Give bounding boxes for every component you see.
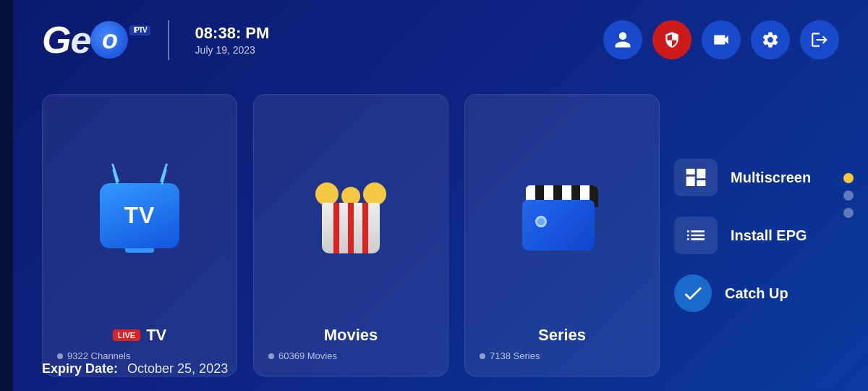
- tv-body: TV: [100, 183, 179, 248]
- series-title: Series: [480, 326, 644, 345]
- tv-icon: TV: [100, 183, 179, 253]
- clapper-circle: [535, 216, 547, 227]
- catch-up-icon-box: [674, 274, 712, 312]
- cards-section: TV LIVE TV 9322 Channels: [42, 94, 660, 377]
- expiry-label: Expiry Date:: [42, 361, 118, 376]
- expiry-value: October 25, 2023: [127, 361, 228, 376]
- live-tv-card[interactable]: TV LIVE TV 9322 Channels: [42, 94, 237, 377]
- main-content: TV LIVE TV 9322 Channels: [13, 80, 868, 391]
- tv-stand: [125, 248, 154, 253]
- movies-icon-area: [315, 109, 386, 326]
- time-display: 08:38: PM: [195, 24, 270, 43]
- tv-label: TV: [124, 202, 156, 229]
- catch-up-label: Catch Up: [725, 285, 788, 302]
- settings-button[interactable]: [751, 20, 790, 59]
- iptv-badge: IPTV: [129, 25, 150, 35]
- profile-button[interactable]: [603, 20, 642, 59]
- popcorn-icon: [315, 182, 386, 253]
- exit-button[interactable]: [800, 20, 839, 59]
- popcorn-stripe-2: [333, 203, 339, 253]
- logo-divider: [168, 20, 169, 60]
- movies-count: 60369 Movies: [268, 350, 433, 361]
- series-count: 7138 Series: [480, 350, 644, 361]
- logo: Geo IPTV: [42, 21, 150, 59]
- catch-up-icon: [681, 282, 705, 305]
- popcorn-stripe-3: [362, 203, 368, 253]
- live-tv-label-area: LIVE TV 9322 Channels: [57, 326, 222, 361]
- live-tv-icon-area: TV: [100, 109, 179, 326]
- indicator-1: [843, 173, 854, 183]
- multiscreen-label: Multiscreen: [731, 169, 811, 186]
- series-label-area: Series 7138 Series: [480, 326, 644, 361]
- install-epg-item[interactable]: Install EPG: [674, 206, 839, 264]
- popcorn-stripe-1: [348, 203, 354, 253]
- clapper-icon: [522, 185, 602, 251]
- movies-title: Movies: [268, 326, 433, 345]
- footer: Expiry Date: October 25, 2023: [42, 361, 228, 377]
- logo-section: Geo IPTV 08:38: PM July 19, 2023: [42, 20, 269, 60]
- install-epg-icon-box: [674, 216, 718, 254]
- profile-icon: [613, 30, 632, 49]
- live-tv-title: LIVE TV: [57, 326, 222, 345]
- live-badge: LIVE: [113, 329, 140, 341]
- indicators: [843, 173, 854, 218]
- date-time: 08:38: PM July 19, 2023: [195, 24, 270, 56]
- series-card[interactable]: Series 7138 Series: [464, 94, 660, 377]
- nav-icons: [603, 20, 839, 59]
- right-panel: Multiscreen Install EPG Catch Up: [660, 94, 839, 377]
- count-dot: [480, 353, 485, 359]
- security-icon: [663, 30, 681, 49]
- multiscreen-item[interactable]: Multiscreen: [674, 148, 839, 206]
- header: Geo IPTV 08:38: PM July 19, 2023: [13, 0, 868, 80]
- exit-icon: [810, 30, 829, 49]
- movies-card[interactable]: Movies 60369 Movies: [253, 94, 448, 377]
- settings-icon: [761, 30, 780, 49]
- multiscreen-icon: [684, 166, 707, 189]
- live-tv-count: 9322 Channels: [57, 350, 222, 361]
- indicator-2: [843, 190, 854, 201]
- camera-icon: [712, 30, 731, 49]
- left-stripe: [0, 0, 13, 391]
- catch-up-item[interactable]: Catch Up: [674, 264, 839, 322]
- movies-label-area: Movies 60369 Movies: [268, 326, 433, 361]
- date-display: July 19, 2023: [195, 44, 270, 56]
- popcorn-bucket: [322, 203, 380, 253]
- indicator-3: [843, 208, 854, 218]
- camera-button[interactable]: [702, 20, 741, 59]
- clapper-body: [522, 200, 595, 251]
- count-dot: [268, 353, 274, 359]
- multiscreen-icon-box: [674, 159, 718, 196]
- count-dot: [57, 353, 63, 359]
- epg-icon: [684, 224, 707, 247]
- series-icon-area: [522, 109, 602, 326]
- security-button[interactable]: [652, 20, 692, 59]
- install-epg-label: Install EPG: [731, 227, 807, 244]
